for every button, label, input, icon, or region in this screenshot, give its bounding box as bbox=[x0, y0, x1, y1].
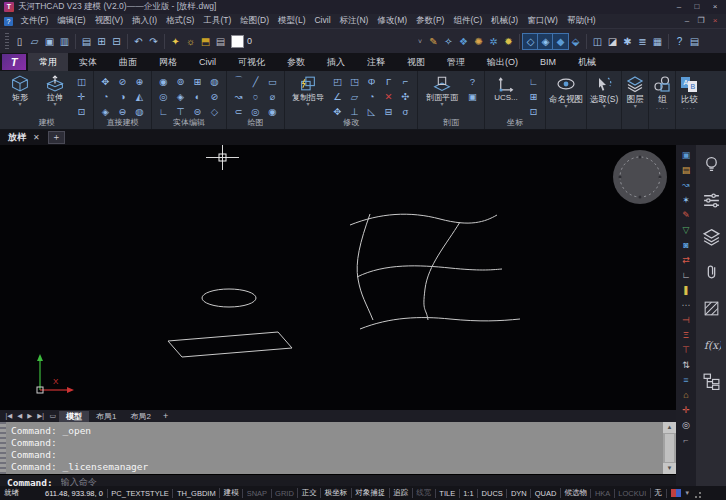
menu-item[interactable]: 修改(M) bbox=[373, 15, 412, 27]
status-toggle[interactable]: 追踪 bbox=[389, 488, 412, 498]
building-icon[interactable]: ⌂ bbox=[678, 388, 695, 403]
status-toggle[interactable]: DUCS bbox=[477, 489, 506, 498]
scroll-thumb[interactable] bbox=[665, 434, 674, 462]
new-tab-button[interactable]: ＋ bbox=[48, 131, 65, 144]
panel-launcher-dots[interactable]: ․․․․ bbox=[656, 104, 669, 110]
ribbon-tab[interactable]: 常用 bbox=[28, 53, 68, 71]
layer-lock-icon[interactable]: ⬒ bbox=[198, 34, 213, 49]
shaded-view-icon[interactable]: ◆ bbox=[553, 34, 568, 49]
menu-item[interactable]: 视图(V) bbox=[90, 15, 127, 27]
copy-guide-button[interactable]: 复制指导 ▾ bbox=[289, 74, 327, 107]
layout-sheet-icon[interactable]: ▭ bbox=[46, 412, 59, 420]
menu-item[interactable]: 绘图(D) bbox=[236, 15, 274, 27]
mdi-close-button[interactable]: × bbox=[708, 15, 722, 27]
save-as-icon[interactable]: ▥ bbox=[57, 34, 72, 49]
modify-tool-icon[interactable]: ◔ bbox=[364, 89, 379, 103]
status-toggle[interactable]: SNAP bbox=[242, 489, 270, 498]
solid-edit-tool-icon[interactable]: ◉ bbox=[156, 74, 171, 88]
solid-edit-tool-icon[interactable]: ∟ bbox=[156, 104, 171, 118]
close-tab-icon[interactable]: ✕ bbox=[33, 133, 40, 142]
document-tab[interactable]: 放样 ✕ bbox=[8, 131, 40, 144]
section-plane-button[interactable]: 剖面平面 ▾ bbox=[422, 74, 462, 107]
coords-tool-icon[interactable]: ⊞ bbox=[526, 89, 541, 103]
layout-nav-button[interactable]: ▶ bbox=[25, 412, 35, 420]
status-toggle[interactable]: LOCKUI bbox=[614, 489, 650, 498]
status-toggle[interactable]: 对象捕捉 bbox=[351, 488, 389, 498]
redo-icon[interactable]: ↷ bbox=[146, 34, 161, 49]
layer-states-icon[interactable]: ❖ bbox=[456, 34, 471, 49]
toolbar-grip[interactable] bbox=[5, 33, 9, 49]
save-icon[interactable]: ▣ bbox=[42, 34, 57, 49]
realistic-view-icon[interactable]: ⬙ bbox=[568, 34, 583, 49]
direct-model-tool-icon[interactable]: ◈ bbox=[98, 104, 113, 118]
layer-color-swatch[interactable] bbox=[231, 35, 244, 48]
solid-edit-tool-icon[interactable]: ⊞ bbox=[190, 74, 205, 88]
erase-icon[interactable]: ◪ bbox=[605, 34, 620, 49]
draw-tool-icon[interactable]: ◉ bbox=[265, 104, 280, 118]
corner-icon[interactable]: ∟ bbox=[678, 268, 695, 283]
ribbon-tab[interactable]: 曲面 bbox=[108, 53, 148, 71]
menu-item[interactable]: 编辑(E) bbox=[53, 15, 90, 27]
ribbon-tab[interactable]: 插入 bbox=[316, 53, 356, 71]
layout-tab[interactable]: 模型 bbox=[59, 411, 89, 422]
menu-item[interactable]: 参数(P) bbox=[412, 15, 449, 27]
help-icon[interactable]: ? bbox=[672, 34, 687, 49]
ok-toggle-icon[interactable]: ◙ bbox=[678, 238, 695, 253]
wireframe-view-icon[interactable]: ◇ bbox=[523, 34, 538, 49]
rectangle-entity[interactable] bbox=[168, 332, 292, 357]
maximize-button[interactable]: □ bbox=[690, 1, 704, 13]
resize-grip[interactable] bbox=[693, 489, 701, 498]
render-image-icon[interactable]: ▦ bbox=[650, 34, 665, 49]
box-button[interactable]: 矩形 ▾ bbox=[4, 74, 36, 107]
ribbon-tab[interactable]: 网格 bbox=[148, 53, 188, 71]
modeling-tool-icon[interactable]: ⊡ bbox=[74, 104, 89, 118]
status-toggle[interactable]: 线宽 bbox=[412, 488, 435, 498]
coords-tool-icon[interactable]: ∟ bbox=[526, 74, 541, 88]
modify-tool-icon[interactable]: ✥ bbox=[330, 104, 345, 118]
menu-item[interactable]: 格式(S) bbox=[162, 15, 199, 27]
adjust-sliders-icon[interactable] bbox=[702, 191, 721, 210]
menu-item[interactable]: 模型(L) bbox=[274, 15, 310, 27]
draw-tool-icon[interactable]: ╱ bbox=[248, 74, 263, 88]
modify-tool-icon[interactable]: ⌐ bbox=[398, 74, 413, 88]
modeling-tool-icon[interactable]: ◫ bbox=[74, 74, 89, 88]
chevron-down-icon[interactable]: ˅ bbox=[414, 38, 426, 45]
modify-tool-icon[interactable]: ✣ bbox=[398, 89, 413, 103]
modify-tool-icon[interactable]: ◰ bbox=[330, 74, 345, 88]
draw-tool-icon[interactable]: ⊂ bbox=[231, 104, 246, 118]
compare-button[interactable]: A B 比较 ․․․․ bbox=[676, 71, 702, 129]
direct-model-tool-icon[interactable]: ⊕ bbox=[132, 74, 147, 88]
list-icon[interactable]: ≣ bbox=[635, 34, 650, 49]
section-tool-icon[interactable]: ? bbox=[465, 74, 480, 88]
status-toggle[interactable]: 建模 bbox=[219, 488, 242, 498]
modify-tool-icon[interactable]: ◺ bbox=[364, 104, 379, 118]
ribbon-tab[interactable]: 注释 bbox=[356, 53, 396, 71]
draw-tool-icon[interactable]: ▭ bbox=[265, 74, 280, 88]
solid-edit-tool-icon[interactable]: ◐ bbox=[190, 89, 205, 103]
solid-edit-tool-icon[interactable]: ⊤ bbox=[173, 104, 188, 118]
layout-tab[interactable]: 布局2 bbox=[123, 411, 157, 422]
align-icon[interactable]: ≡ bbox=[678, 373, 695, 388]
scroll-up-icon[interactable]: ▲ bbox=[663, 422, 676, 433]
navigation-sphere[interactable] bbox=[613, 150, 667, 204]
status-toggle[interactable]: DYN bbox=[506, 489, 530, 498]
layer-plot-icon[interactable]: ▤ bbox=[213, 34, 228, 49]
delete-icon[interactable]: ✕ bbox=[381, 89, 396, 103]
layout-nav-button[interactable]: ▶| bbox=[35, 412, 47, 420]
status-toggle[interactable]: GRID bbox=[271, 489, 298, 498]
layers-button[interactable]: 图层 ▾ bbox=[622, 71, 649, 129]
menu-item[interactable]: 帮助(H) bbox=[562, 15, 600, 27]
plot-preview-icon[interactable]: ⊞ bbox=[94, 34, 109, 49]
layer-freeze-icon[interactable]: ☼ bbox=[183, 34, 198, 49]
ribbon-tab[interactable]: 输出(O) bbox=[476, 53, 529, 71]
new-file-icon[interactable]: ▯ bbox=[12, 34, 27, 49]
loft-surface-entity[interactable] bbox=[350, 214, 520, 329]
draw-tool-icon[interactable]: ◎ bbox=[248, 104, 263, 118]
command-scrollbar[interactable]: ▲ ▼ bbox=[663, 422, 676, 474]
ribbon-tab[interactable]: 实体 bbox=[68, 53, 108, 71]
material-table-icon[interactable]: ▤ bbox=[678, 163, 695, 178]
fields-fx-icon[interactable]: f(x) bbox=[702, 335, 721, 354]
solid-edit-tool-icon[interactable]: ◎ bbox=[156, 89, 171, 103]
direct-model-tool-icon[interactable]: ◍ bbox=[132, 104, 147, 118]
add-layout-button[interactable]: + bbox=[158, 411, 173, 421]
